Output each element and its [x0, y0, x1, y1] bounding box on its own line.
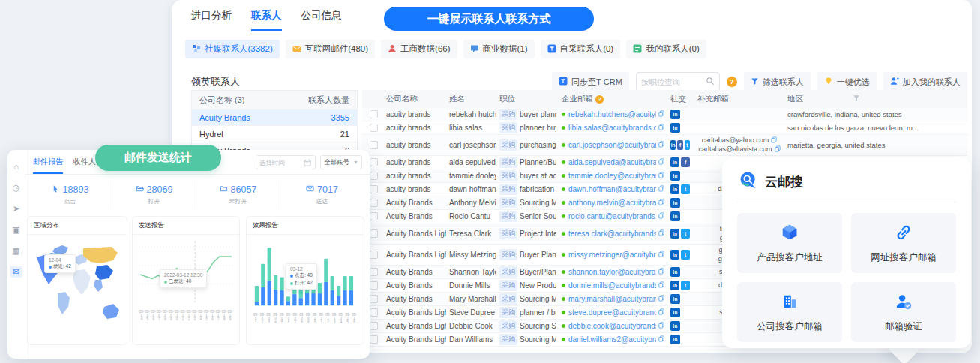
source-chip-1[interactable]: 社媒联系人(3382) [185, 40, 280, 58]
email-link[interactable]: dawn.hoffman@acuitybrands.com [568, 185, 656, 194]
send-icon[interactable]: ➤ [10, 202, 22, 214]
email-link[interactable]: rebekah.hutchens@acuitybrands.com [568, 110, 656, 118]
contact-row[interactable]: acuity brandsrebekah hutchens采购buyer pla… [362, 108, 967, 122]
in-icon[interactable]: in [670, 321, 680, 331]
filter-contacts-button[interactable]: 筛选联系人 [744, 72, 811, 92]
row-checkbox[interactable] [370, 268, 378, 276]
one-key-optimize-button[interactable]: 一键优选 [817, 72, 877, 92]
home-icon[interactable]: ⌂ [10, 160, 22, 172]
email-link[interactable]: daniel.williams2@acuitybrands.com [568, 335, 656, 344]
in-icon[interactable]: in [670, 308, 680, 317]
copy-icon[interactable] [775, 146, 781, 154]
cloud-tile-2[interactable]: 网址搜客户邮箱 [851, 213, 956, 273]
in-icon[interactable]: in [670, 334, 680, 344]
in-icon[interactable]: in [670, 294, 680, 304]
email-link[interactable]: shannon.taylor@acuitybrands.com [568, 268, 656, 276]
row-checkbox[interactable] [370, 230, 378, 238]
email-link[interactable]: debbie.cook@acuitybrands.com [568, 322, 656, 330]
cloud-tile-1[interactable]: 产品搜客户地址 [737, 213, 842, 273]
copy-icon[interactable] [658, 110, 664, 118]
email-link[interactable]: libia.salas@acuitybrands.com [568, 124, 656, 132]
company-row[interactable]: Hydrel21 [192, 125, 357, 142]
account-select[interactable]: 全部账号 ▼ [320, 155, 362, 170]
row-checkbox[interactable] [370, 172, 378, 180]
copy-icon[interactable] [658, 322, 664, 330]
email-link[interactable]: teresa.clark@acuitybrands.com [568, 230, 656, 238]
row-checkbox[interactable] [370, 158, 378, 166]
email-link[interactable]: donnie.mills@acuitybrands.com [568, 281, 656, 290]
copy-icon[interactable] [658, 230, 664, 238]
row-checkbox[interactable] [370, 281, 378, 290]
row-checkbox[interactable] [370, 124, 378, 132]
row-checkbox[interactable] [370, 141, 378, 149]
copy-icon[interactable] [658, 335, 664, 344]
in-icon[interactable]: in [670, 140, 676, 150]
copy-icon[interactable] [771, 136, 777, 146]
row-checkbox[interactable] [370, 322, 378, 330]
fb-icon[interactable]: f [681, 158, 690, 167]
in-icon[interactable]: in [670, 171, 680, 181]
mail-window-tab-1[interactable]: 邮件报告 [33, 157, 63, 174]
in-icon[interactable]: in [670, 184, 679, 194]
in-icon[interactable]: in [670, 198, 680, 208]
copy-icon[interactable] [658, 268, 664, 276]
source-chip-4[interactable]: 商业数据(1) [463, 40, 535, 58]
tab-2[interactable]: 联系人 [251, 9, 282, 32]
source-chip-5[interactable]: 自采联系人(0) [541, 40, 621, 58]
in-icon[interactable]: in [670, 250, 679, 260]
sync-tcrm-button[interactable]: 同步至T-CRM [552, 72, 629, 92]
tab-1[interactable]: 进口分析 [191, 9, 232, 32]
in-icon[interactable]: in [670, 123, 680, 133]
in-icon[interactable]: in [670, 267, 680, 277]
contact-row[interactable]: acuity brandscarl josephson采购purchasing … [362, 135, 967, 156]
copy-icon[interactable] [658, 172, 664, 180]
email-link[interactable]: anthony.melvin@acuitybrands.com [568, 199, 656, 207]
company-row[interactable]: Acuity Brands3355 [192, 109, 357, 125]
in-icon[interactable]: in [670, 110, 680, 119]
copy-icon[interactable] [658, 250, 664, 259]
tab-3[interactable]: 公司信息 [301, 9, 342, 32]
copy-icon[interactable] [658, 308, 664, 316]
date-input[interactable] [259, 159, 301, 166]
email-link[interactable]: rocio.cantu@acuitybrands.com [568, 212, 656, 220]
source-chip-3[interactable]: 工商数据(66) [381, 40, 457, 58]
email-link[interactable]: steve.dupree@acuitybrands.com [568, 308, 656, 316]
clock-icon[interactable]: ◷ [10, 182, 22, 194]
tw-icon[interactable]: t [681, 229, 690, 238]
source-chip-6[interactable]: 我的联系人(0) [626, 40, 706, 58]
copy-icon[interactable] [658, 281, 664, 290]
in-icon[interactable]: in [670, 158, 679, 167]
row-checkbox[interactable] [370, 212, 378, 220]
search-icon[interactable] [706, 75, 715, 88]
in-icon[interactable]: in [670, 229, 679, 238]
tw-icon[interactable]: t [681, 280, 690, 290]
copy-icon[interactable] [658, 199, 664, 207]
tw-icon[interactable]: t [681, 184, 690, 194]
source-chip-2[interactable]: 互联网邮件(480) [286, 40, 375, 58]
mail-icon[interactable]: ✉ [10, 266, 22, 278]
copy-icon[interactable] [658, 158, 664, 166]
email-link[interactable]: aida.sepulveda@acuitybrands.com [568, 158, 656, 166]
cloud-tile-3[interactable]: 公司搜客户邮箱 [737, 282, 842, 342]
copy-icon[interactable] [658, 185, 664, 194]
row-checkbox[interactable] [370, 308, 378, 316]
calendar-icon[interactable] [304, 156, 311, 170]
add-my-contacts-button[interactable]: 加入我的联系人 [883, 72, 967, 92]
briefcase-icon[interactable]: ▣ [10, 224, 22, 236]
help-badge-icon[interactable]: ? [727, 76, 737, 87]
company-name[interactable]: Acuity Brands [192, 113, 331, 122]
email-link[interactable]: carl.josephson@acuitybrands.com [568, 141, 656, 149]
tw-icon[interactable]: t [685, 140, 690, 150]
contact-row[interactable]: acuity brandslibia salas采购planner buyerl… [362, 122, 967, 135]
cloud-tile-4[interactable]: 邮箱验证 [851, 282, 956, 342]
row-checkbox[interactable] [370, 110, 378, 118]
fb-icon[interactable]: f [677, 140, 682, 150]
row-checkbox[interactable] [370, 185, 378, 194]
search-input[interactable] [641, 77, 706, 86]
email-link[interactable]: missy.metzinger@acuitybrands.com [568, 250, 656, 259]
row-checkbox[interactable] [370, 199, 378, 207]
region-filter-icon[interactable] [853, 94, 860, 104]
copy-icon[interactable] [658, 141, 664, 149]
copy-icon[interactable] [658, 295, 664, 303]
copy-icon[interactable] [658, 212, 664, 220]
